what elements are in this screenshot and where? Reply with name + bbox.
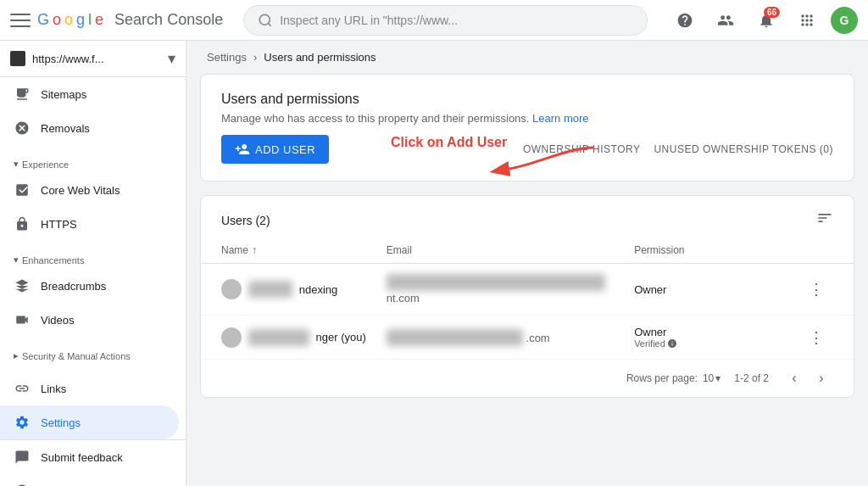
site-url: https://www.f... bbox=[32, 53, 161, 65]
user-email-suffix-2: .com bbox=[526, 332, 550, 344]
user-name-blur-1: ████ bbox=[248, 281, 292, 298]
user-avatar-2 bbox=[221, 327, 242, 348]
users-header: Users (2) bbox=[201, 196, 854, 237]
breadcrumbs-nav-icon bbox=[14, 277, 31, 294]
prev-page-button[interactable]: ‹ bbox=[782, 366, 806, 390]
sidebar-item-about[interactable]: About Search Console bbox=[0, 474, 179, 486]
core-web-vitals-icon bbox=[14, 182, 31, 198]
next-page-button[interactable]: › bbox=[810, 366, 833, 390]
feedback-icon bbox=[14, 449, 31, 466]
site-selector[interactable]: https://www.f... ▾ bbox=[0, 41, 186, 77]
rows-per-page: Rows per page: 10 ▾ bbox=[626, 372, 721, 384]
search-bar[interactable]: Inspect any URL in "https://www... bbox=[243, 5, 648, 36]
table-header: Name ↑ Email Permission bbox=[201, 237, 854, 264]
people-button[interactable] bbox=[709, 3, 743, 37]
table-footer: Rows per page: 10 ▾ 1-2 of 2 ‹ › bbox=[201, 360, 854, 397]
user-email-cell-1: ████████ ████ ████████████ nt.com bbox=[387, 274, 634, 304]
more-options-1[interactable]: ⋮ bbox=[799, 280, 833, 299]
sidebar-item-core-web-vitals[interactable]: Core Web Vitals bbox=[0, 173, 179, 207]
col-name-header: Name ↑ bbox=[221, 244, 387, 256]
search-placeholder: Inspect any URL in "https://www... bbox=[280, 14, 458, 27]
sidebar-item-videos-label: Videos bbox=[41, 314, 75, 327]
notifications-button[interactable]: 66 bbox=[749, 3, 783, 37]
users-title: Users (2) bbox=[221, 214, 270, 227]
help-button[interactable] bbox=[668, 3, 702, 37]
grid-icon bbox=[798, 12, 815, 29]
card-title: Users and permissions bbox=[221, 92, 833, 107]
user-name-1: ndexing bbox=[299, 283, 338, 296]
annotation-area: ADD USER OWNERSHIP HISTORY UNUSED OWNERS… bbox=[221, 135, 833, 164]
breadcrumb-parent[interactable]: Settings bbox=[207, 51, 247, 64]
sidebar-item-settings-label: Settings bbox=[41, 416, 81, 429]
sidebar-item-links[interactable]: Links bbox=[0, 371, 179, 405]
videos-icon bbox=[14, 311, 31, 328]
info-circle-icon bbox=[667, 338, 677, 349]
menu-icon[interactable] bbox=[10, 10, 31, 31]
settings-icon bbox=[14, 414, 31, 431]
avatar[interactable]: G bbox=[831, 7, 858, 34]
tab-links: OWNERSHIP HISTORY UNUSED OWNERSHIP TOKEN… bbox=[523, 140, 833, 159]
pagination-nav: ‹ › bbox=[782, 366, 833, 390]
rows-select-dropdown-icon: ▾ bbox=[715, 372, 721, 384]
permission-col-header: Permission bbox=[634, 244, 799, 256]
user-name-2: nger (you) bbox=[316, 331, 366, 344]
apps-button[interactable] bbox=[790, 3, 824, 37]
expand-icon-3: ▸ bbox=[14, 350, 19, 361]
sitemaps-icon bbox=[14, 86, 31, 103]
sidebar-item-settings[interactable]: Settings bbox=[0, 405, 179, 439]
notification-count: 66 bbox=[764, 7, 780, 18]
sidebar-section-security[interactable]: ▸ Security & Manual Actions bbox=[0, 344, 186, 365]
sidebar-item-removals[interactable]: Removals bbox=[0, 111, 179, 145]
sidebar-item-cwv-label: Core Web Vitals bbox=[41, 184, 120, 197]
more-options-2[interactable]: ⋮ bbox=[799, 328, 833, 347]
user-name-cell-2: ██████ nger (you) bbox=[221, 327, 387, 348]
sidebar: https://www.f... ▾ Sitemaps Removals ▾ E… bbox=[0, 41, 186, 486]
user-permission-1: Owner bbox=[634, 283, 799, 296]
sidebar-item-videos[interactable]: Videos bbox=[0, 303, 179, 337]
breadcrumb: Settings › Users and permissions bbox=[186, 41, 868, 74]
help-icon bbox=[676, 12, 693, 29]
unused-tokens-link[interactable]: UNUSED OWNERSHIP TOKENS (0) bbox=[654, 140, 833, 159]
add-person-icon bbox=[235, 142, 250, 157]
add-user-button[interactable]: ADD USER bbox=[221, 135, 329, 164]
sidebar-footer: Submit feedback About Search Console bbox=[0, 439, 186, 486]
rows-per-page-select[interactable]: 10 ▾ bbox=[703, 372, 721, 384]
sidebar-item-https[interactable]: HTTPS bbox=[0, 207, 179, 241]
user-email-suffix-1: nt.com bbox=[387, 292, 420, 304]
section-security-label: Security & Manual Actions bbox=[22, 351, 131, 361]
expand-icon-2: ▾ bbox=[14, 254, 19, 265]
site-favicon bbox=[10, 51, 25, 66]
permissions-card: Users and permissions Manage who has acc… bbox=[200, 74, 854, 182]
user-permission-cell-2: Owner Verified bbox=[634, 326, 799, 349]
ownership-history-link[interactable]: OWNERSHIP HISTORY bbox=[523, 140, 641, 159]
sidebar-item-submit-feedback[interactable]: Submit feedback bbox=[0, 440, 179, 474]
user-verified-badge: Verified bbox=[634, 338, 799, 349]
table-row: ████ ndexing ████████ ████ ████████████ … bbox=[201, 264, 854, 316]
add-user-label: ADD USER bbox=[255, 143, 315, 156]
actions-row: ADD USER OWNERSHIP HISTORY UNUSED OWNERS… bbox=[221, 135, 833, 164]
sidebar-section-enhancements[interactable]: ▾ Enhancements bbox=[0, 248, 186, 269]
sidebar-item-removals-label: Removals bbox=[41, 122, 90, 135]
https-icon bbox=[14, 215, 31, 232]
learn-more-link[interactable]: Learn more bbox=[532, 112, 588, 125]
sidebar-item-sitemaps-label: Sitemaps bbox=[41, 88, 86, 101]
sidebar-section-experience[interactable]: ▾ Experience bbox=[0, 152, 186, 173]
user-name-cell-1: ████ ndexing bbox=[221, 279, 387, 299]
expand-icon: ▾ bbox=[14, 159, 19, 170]
topbar: Google Search Console Inspect any URL in… bbox=[0, 0, 868, 41]
sidebar-item-breadcrumbs[interactable]: Breadcrumbs bbox=[0, 269, 179, 303]
filter-icon[interactable] bbox=[816, 209, 833, 231]
sidebar-item-breadcrumbs-label: Breadcrumbs bbox=[41, 280, 106, 293]
table-row: ██████ nger (you) ███████████████ .com O… bbox=[201, 316, 854, 360]
sidebar-item-sitemaps[interactable]: Sitemaps bbox=[0, 77, 179, 111]
rows-per-page-value: 10 bbox=[703, 372, 714, 384]
user-permission-2: Owner bbox=[634, 326, 799, 338]
breadcrumb-current: Users and permissions bbox=[264, 51, 376, 64]
user-name-blur-2: ██████ bbox=[248, 329, 309, 346]
section-experience-label: Experience bbox=[22, 159, 69, 170]
user-email-blur-1: ████████ ████ ████████████ bbox=[387, 274, 605, 291]
removals-icon bbox=[14, 120, 31, 137]
name-col-label: Name bbox=[221, 244, 248, 256]
sort-icon[interactable]: ↑ bbox=[252, 244, 257, 256]
user-permission-cell-1: Owner bbox=[634, 283, 799, 296]
